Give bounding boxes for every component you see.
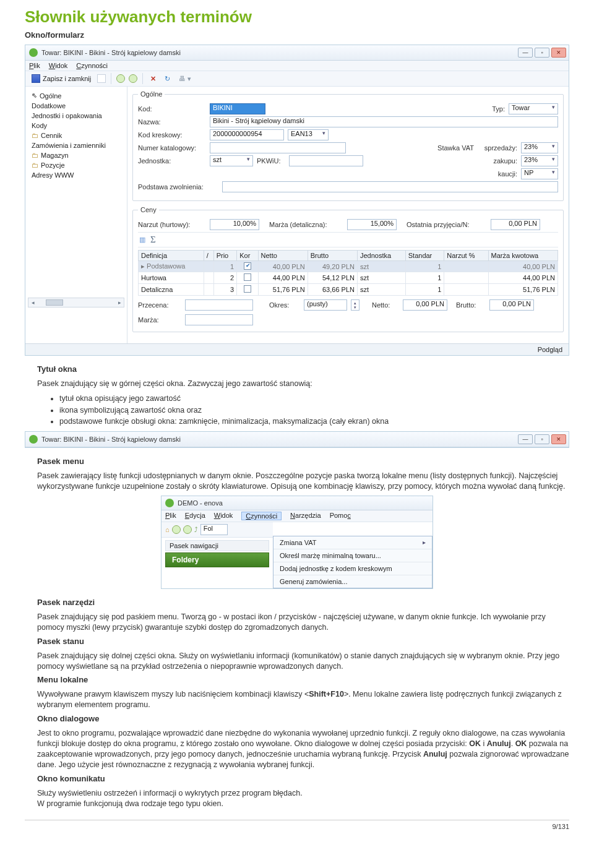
menu-plik[interactable]: Plik bbox=[29, 62, 40, 69]
input-okres[interactable]: (pusty) bbox=[304, 299, 347, 311]
price-grid: Definicja / Prio Kor Netto Brutto Jednos… bbox=[138, 250, 558, 296]
select-ean[interactable]: EAN13 bbox=[288, 129, 329, 140]
pin-icon: ⇖ bbox=[32, 92, 37, 100]
legend-ogolne: Ogólne bbox=[138, 90, 165, 98]
titlebar: Towar: BIKINI - Bikini - Strój kąpielowy… bbox=[25, 45, 569, 61]
app-icon bbox=[29, 435, 38, 444]
label-marza: Marża (detaliczna): bbox=[269, 221, 343, 228]
menu-czynnosci[interactable]: Czynności bbox=[76, 62, 108, 69]
okres-spinner[interactable]: ▴▾ bbox=[351, 299, 359, 311]
input-kod[interactable]: BIKINI bbox=[210, 103, 265, 114]
tab-foldery[interactable]: Foldery bbox=[165, 552, 269, 567]
input-fol[interactable]: Fol bbox=[200, 524, 228, 535]
maximize-button[interactable]: ▫ bbox=[535, 48, 549, 58]
input-marza-b[interactable] bbox=[185, 314, 253, 325]
table-row[interactable]: Detaliczna351,76 PLN63,66 PLNszt151,76 P… bbox=[139, 284, 558, 296]
print-icon[interactable]: 🖶 ▾ bbox=[176, 74, 194, 84]
select-kaucji[interactable]: NP bbox=[521, 168, 558, 179]
nav-hscrollbar[interactable]: ◂▸ bbox=[28, 298, 124, 307]
nav-jednostki[interactable]: Jednostki i opakowania bbox=[28, 111, 124, 121]
table-row[interactable]: Hurtowa244,00 PLN54,12 PLNszt144,00 PLN bbox=[139, 272, 558, 284]
col-marzakw[interactable]: Marża kwotowa bbox=[488, 251, 557, 261]
col-netto[interactable]: Netto bbox=[258, 251, 308, 261]
nav-zamowienia[interactable]: Zamówienia i zamienniki bbox=[28, 140, 124, 150]
input-netto-b[interactable]: 0,00 PLN bbox=[403, 299, 447, 311]
col-slash[interactable]: / bbox=[204, 251, 213, 261]
input-kreskowy[interactable]: 2000000000954 bbox=[210, 129, 284, 140]
col-kor[interactable]: Kor bbox=[237, 251, 258, 261]
menu-pomoc[interactable]: Pomoc bbox=[330, 512, 351, 520]
menu-edycja[interactable]: Edycja bbox=[185, 512, 205, 520]
minimize-button[interactable]: — bbox=[518, 434, 533, 444]
label-zakupu: zakupu: bbox=[478, 157, 517, 165]
col-prio[interactable]: Prio bbox=[213, 251, 237, 261]
sigma-icon[interactable]: Σ bbox=[150, 234, 156, 245]
nav-fwd-icon[interactable] bbox=[129, 74, 137, 83]
form-icon[interactable] bbox=[97, 74, 106, 83]
nav-magazyn[interactable]: 🗀Magazyn bbox=[28, 150, 124, 160]
menubar: Plik Edycja Widok Czynności Narzędzia Po… bbox=[161, 510, 433, 522]
menu-narzedzia[interactable]: Narzędzia bbox=[290, 512, 321, 520]
input-narzut[interactable]: 10,00% bbox=[210, 219, 259, 230]
folder-icon: 🗀 bbox=[32, 152, 38, 159]
label-nazwa: Nazwa: bbox=[138, 118, 206, 126]
input-przecena[interactable] bbox=[185, 299, 253, 311]
checkbox[interactable] bbox=[244, 262, 251, 270]
nav-back-icon[interactable] bbox=[172, 525, 181, 534]
label-kreskowy: Kod kreskowy: bbox=[138, 131, 206, 139]
table-row[interactable]: ▸ Podstawowa140,00 PLN49,20 PLNszt140,00… bbox=[139, 261, 558, 272]
checkbox[interactable] bbox=[244, 273, 251, 281]
save-close-button[interactable]: Zapisz i zamknij bbox=[29, 74, 93, 84]
col-standar[interactable]: Standar bbox=[405, 251, 444, 261]
main-pane: Ogólne Kod: BIKINI Typ: Towar Nazwa: Bik… bbox=[127, 87, 569, 343]
sigma-bar: ▥ Σ bbox=[138, 232, 558, 247]
minimize-button[interactable]: — bbox=[518, 48, 533, 58]
input-brutto-b[interactable]: 0,00 PLN bbox=[489, 299, 534, 311]
input-nazwa[interactable]: Bikini - Strój kąpielowy damski bbox=[210, 116, 558, 127]
col-definicja[interactable]: Definicja bbox=[139, 251, 204, 261]
menuitem-generuj-zamowienia[interactable]: Generuj zamówienia... bbox=[273, 575, 432, 588]
select-sprzedazy[interactable]: 23% bbox=[521, 142, 558, 153]
folder-icon: 🗀 bbox=[32, 132, 38, 139]
checkbox[interactable] bbox=[244, 285, 251, 293]
nav-cennik[interactable]: 🗀Cennik bbox=[28, 131, 124, 140]
menu-czynnosci[interactable]: Czynności bbox=[241, 512, 282, 520]
menuitem-zmiana-vat[interactable]: Zmiana VAT▸ bbox=[273, 536, 432, 549]
select-zakupu[interactable]: 23% bbox=[521, 155, 558, 166]
close-button[interactable]: ✕ bbox=[551, 434, 566, 444]
maximize-button[interactable]: ▫ bbox=[535, 434, 549, 444]
input-podstawa[interactable] bbox=[222, 181, 558, 192]
nav-up-icon[interactable]: ⤴ bbox=[194, 526, 198, 533]
col-brutto[interactable]: Brutto bbox=[308, 251, 357, 261]
chart-icon[interactable]: ▥ bbox=[139, 236, 145, 244]
refresh-icon[interactable]: ↻ bbox=[162, 74, 173, 84]
nav-ogolne[interactable]: ⇖Ogólne bbox=[28, 90, 124, 101]
select-jednostka[interactable]: szt bbox=[210, 155, 253, 166]
nav-back-icon[interactable] bbox=[116, 74, 125, 83]
label-narzut: Narzut (hurtowy): bbox=[138, 221, 206, 228]
menuitem-okresl-marze[interactable]: Określ marżę minimalną towaru... bbox=[273, 549, 432, 562]
status-podglad[interactable]: Podgląd bbox=[25, 343, 569, 355]
input-numerkat[interactable] bbox=[210, 142, 346, 153]
menu-plik[interactable]: Plik bbox=[165, 512, 176, 520]
label-numerkat: Numer katalogowy: bbox=[138, 144, 206, 152]
menuitem-dodaj-jednostke[interactable]: Dodaj jednostkę z kodem kreskowym bbox=[273, 562, 432, 575]
select-typ[interactable]: Towar bbox=[509, 103, 558, 114]
nav-kody[interactable]: Kody bbox=[28, 121, 124, 131]
home-icon[interactable]: ⌂ bbox=[165, 526, 170, 533]
menu-widok[interactable]: Widok bbox=[214, 512, 233, 520]
input-pkwiu[interactable] bbox=[289, 155, 363, 166]
delete-icon[interactable]: ✕ bbox=[148, 74, 158, 84]
input-ostatnia[interactable]: 0,00 PLN bbox=[491, 219, 540, 230]
nav-dodatkowe[interactable]: Dodatkowe bbox=[28, 101, 124, 111]
col-narzut[interactable]: Narzut % bbox=[444, 251, 488, 261]
menu-widok[interactable]: Widok bbox=[49, 62, 68, 69]
chevron-right-icon: ▸ bbox=[423, 539, 426, 546]
close-button[interactable]: ✕ bbox=[551, 48, 566, 58]
nav-adresy[interactable]: Adresy WWW bbox=[28, 170, 124, 180]
nav-pozycje[interactable]: 🗀Pozycje bbox=[28, 160, 124, 170]
input-marza[interactable]: 15,00% bbox=[347, 219, 397, 230]
bullet-3: podstawowe funkcje obsługi okna: zamknię… bbox=[59, 416, 569, 428]
col-jednostka[interactable]: Jednostka bbox=[357, 251, 405, 261]
nav-fwd-icon[interactable] bbox=[183, 525, 192, 534]
